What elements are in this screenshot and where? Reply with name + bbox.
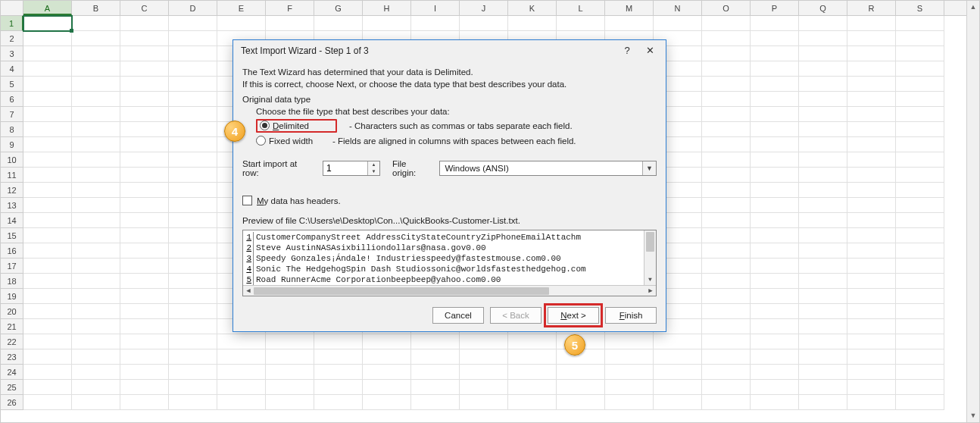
cell[interactable]	[120, 16, 169, 31]
cell[interactable]	[411, 365, 460, 380]
start-row-spinner[interactable]: ▲ ▼	[323, 161, 380, 176]
cell[interactable]	[702, 258, 751, 274]
cell[interactable]	[751, 152, 799, 168]
spinner-down-icon[interactable]: ▼	[368, 168, 379, 175]
cell[interactable]	[847, 274, 896, 289]
cell[interactable]	[896, 365, 944, 380]
cell[interactable]	[120, 274, 169, 289]
cell[interactable]	[23, 304, 72, 319]
cell[interactable]	[72, 365, 120, 380]
cell[interactable]	[23, 183, 72, 198]
row-header[interactable]: 15	[1, 228, 23, 243]
cell[interactable]	[169, 274, 217, 289]
cell[interactable]	[460, 334, 508, 349]
cell[interactable]	[799, 395, 847, 410]
delimited-radio-label[interactable]: Delimited	[273, 121, 333, 130]
cell[interactable]	[799, 77, 847, 92]
column-header-Q[interactable]: Q	[799, 1, 847, 15]
cell[interactable]	[169, 213, 217, 228]
cell[interactable]	[605, 395, 654, 410]
row-header[interactable]: 13	[1, 198, 23, 213]
cell[interactable]	[266, 380, 314, 395]
cell[interactable]	[120, 334, 169, 349]
cell[interactable]	[72, 137, 120, 152]
cell[interactable]	[23, 31, 72, 46]
cell[interactable]	[72, 61, 120, 77]
cell[interactable]	[654, 380, 702, 395]
preview-hscroll-thumb[interactable]	[254, 287, 549, 295]
column-header-S[interactable]: S	[896, 1, 944, 15]
cell[interactable]	[23, 349, 72, 365]
cell[interactable]	[896, 349, 944, 365]
cell[interactable]	[605, 365, 654, 380]
cell[interactable]	[702, 334, 751, 349]
cell[interactable]	[847, 380, 896, 395]
cell[interactable]	[557, 365, 605, 380]
cell[interactable]	[847, 198, 896, 213]
cell[interactable]	[751, 349, 799, 365]
row-header[interactable]: 17	[1, 258, 23, 274]
cell[interactable]	[72, 152, 120, 168]
cell[interactable]	[799, 228, 847, 243]
cell[interactable]	[23, 77, 72, 92]
cell[interactable]	[847, 77, 896, 92]
cell[interactable]	[847, 92, 896, 107]
cell[interactable]	[702, 274, 751, 289]
cell[interactable]	[460, 380, 508, 395]
cell[interactable]	[847, 137, 896, 152]
cell[interactable]	[896, 46, 944, 61]
cell[interactable]	[120, 349, 169, 365]
cell[interactable]	[120, 168, 169, 183]
cell[interactable]	[411, 395, 460, 410]
cell[interactable]	[847, 304, 896, 319]
cell[interactable]	[702, 168, 751, 183]
cell[interactable]	[896, 304, 944, 319]
cell[interactable]	[217, 16, 266, 31]
cell[interactable]	[23, 198, 72, 213]
column-header-P[interactable]: P	[751, 1, 799, 15]
cell[interactable]	[751, 243, 799, 258]
cell[interactable]	[751, 168, 799, 183]
cell[interactable]	[896, 31, 944, 46]
chevron-down-icon[interactable]: ▼	[642, 161, 656, 175]
cell[interactable]	[847, 289, 896, 304]
cell[interactable]	[169, 122, 217, 137]
cell[interactable]	[23, 122, 72, 137]
cell[interactable]	[120, 92, 169, 107]
column-header-A[interactable]: A	[23, 1, 72, 15]
cell[interactable]	[799, 198, 847, 213]
cell[interactable]	[896, 107, 944, 122]
cell[interactable]	[751, 274, 799, 289]
select-all-corner[interactable]	[1, 1, 23, 16]
cell[interactable]	[72, 228, 120, 243]
cell[interactable]	[702, 289, 751, 304]
cell[interactable]	[508, 365, 557, 380]
cell[interactable]	[169, 243, 217, 258]
cell[interactable]	[896, 289, 944, 304]
cell[interactable]	[799, 243, 847, 258]
cell[interactable]	[169, 152, 217, 168]
cell[interactable]	[702, 198, 751, 213]
cell[interactable]	[702, 16, 751, 31]
cell[interactable]	[702, 77, 751, 92]
cell[interactable]	[72, 213, 120, 228]
column-header-O[interactable]: O	[702, 1, 751, 15]
column-header-J[interactable]: J	[460, 1, 508, 15]
cell[interactable]	[120, 137, 169, 152]
cell[interactable]	[799, 16, 847, 31]
cell[interactable]	[120, 183, 169, 198]
column-header-D[interactable]: D	[169, 1, 217, 15]
cell[interactable]	[799, 107, 847, 122]
cell[interactable]	[169, 198, 217, 213]
row-header[interactable]: 4	[1, 61, 23, 77]
cell[interactable]	[169, 395, 217, 410]
column-header-I[interactable]: I	[411, 1, 460, 15]
cell[interactable]	[896, 122, 944, 137]
cell[interactable]	[751, 304, 799, 319]
row-header[interactable]: 20	[1, 304, 23, 319]
cell[interactable]	[72, 16, 120, 31]
preview-vscrollbar[interactable]: ▼	[644, 230, 656, 285]
cell[interactable]	[896, 380, 944, 395]
cancel-button[interactable]: Cancel	[432, 307, 484, 324]
cell[interactable]	[363, 395, 411, 410]
